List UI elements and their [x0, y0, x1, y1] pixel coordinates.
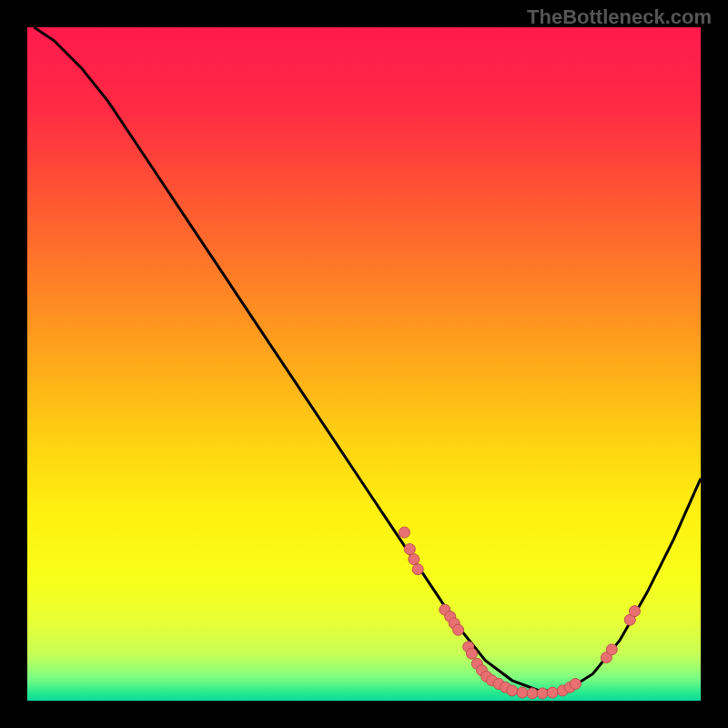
curve-marker	[507, 685, 518, 696]
curve-marker	[466, 648, 477, 659]
chart-container: TheBottleneck.com	[0, 0, 728, 728]
curve-marker	[630, 606, 641, 617]
curve-marker	[537, 688, 548, 699]
gradient-background	[27, 27, 701, 701]
curve-marker	[606, 644, 617, 655]
watermark-text: TheBottleneck.com	[527, 5, 712, 29]
curve-marker	[570, 679, 581, 690]
curve-marker	[409, 554, 420, 565]
curve-marker	[517, 687, 528, 698]
bottleneck-chart	[27, 27, 701, 701]
curve-marker	[453, 624, 464, 635]
curve-marker	[412, 564, 423, 575]
curve-marker	[547, 687, 558, 698]
curve-marker	[527, 688, 538, 699]
curve-marker	[399, 527, 410, 538]
curve-marker	[404, 544, 415, 555]
